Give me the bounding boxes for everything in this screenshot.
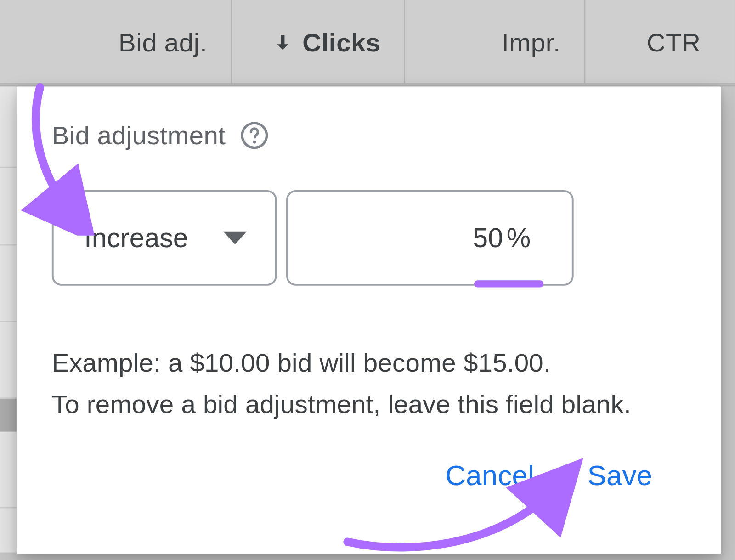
- example-line: Example: a $10.00 bid will become $15.00…: [52, 342, 685, 384]
- save-button[interactable]: Save: [588, 459, 653, 492]
- column-header-label: Impr.: [502, 28, 561, 57]
- table-row: [0, 86, 17, 168]
- percent-field-wrapper: %: [286, 190, 574, 286]
- direction-select[interactable]: Increase: [52, 190, 277, 286]
- table-row: [0, 168, 17, 245]
- sort-descending-icon: [271, 31, 294, 53]
- percent-input[interactable]: [368, 222, 503, 254]
- percent-unit: %: [507, 222, 531, 254]
- column-header-clicks[interactable]: Clicks: [232, 0, 405, 84]
- controls-row: Increase %: [52, 190, 685, 286]
- table-row: [0, 322, 17, 399]
- column-header-ctr[interactable]: CTR: [585, 0, 734, 84]
- help-icon[interactable]: [240, 121, 269, 150]
- column-header-bid-adj[interactable]: Bid adj.: [0, 0, 232, 84]
- ads-bid-adjustment-panel: Bid adj. Clicks Impr. CTR Bid adjustment: [0, 0, 735, 560]
- popup-title-row: Bid adjustment: [52, 121, 685, 150]
- table-row: [0, 432, 17, 509]
- column-header-impr[interactable]: Impr.: [405, 0, 585, 84]
- table-row-selected: [0, 399, 17, 432]
- direction-select-value: Increase: [84, 222, 188, 254]
- column-header-label: CTR: [647, 28, 701, 57]
- column-header-label: Clicks: [302, 28, 380, 57]
- table-header-row: Bid adj. Clicks Impr. CTR: [0, 0, 735, 86]
- bid-adjustment-popup: Bid adjustment Increase % Example: a: [17, 86, 721, 554]
- chevron-down-icon: [223, 232, 247, 244]
- column-header-label: Bid adj.: [119, 28, 207, 57]
- cancel-button[interactable]: Cancel: [445, 459, 534, 492]
- example-text: Example: a $10.00 bid will become $15.00…: [52, 342, 685, 425]
- popup-title: Bid adjustment: [52, 121, 226, 150]
- example-line: To remove a bid adjustment, leave this f…: [52, 384, 685, 425]
- table-row: [0, 508, 17, 552]
- table-row: [0, 246, 17, 322]
- svg-point-1: [253, 141, 256, 144]
- annotation-underline: [474, 280, 543, 287]
- popup-actions: Cancel Save: [52, 459, 685, 492]
